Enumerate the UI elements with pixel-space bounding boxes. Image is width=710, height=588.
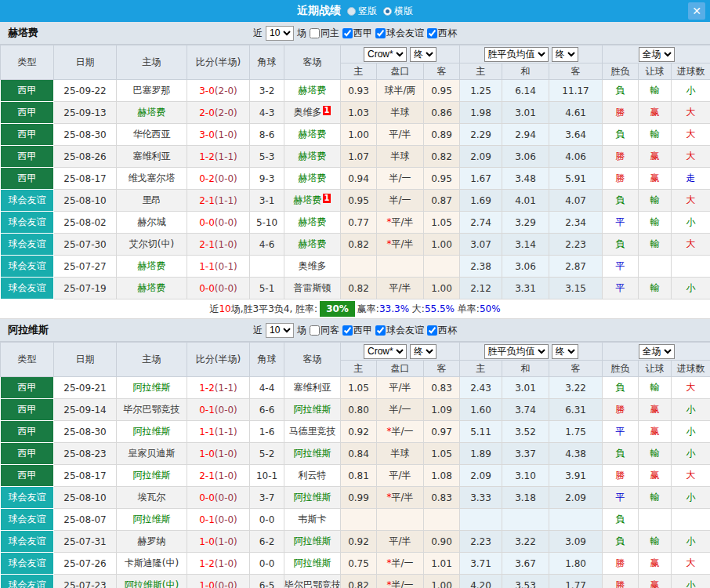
header-row-1: 类型日期主场比分(半场)角球客场Crow*终胜平负均值终全场	[1, 343, 710, 361]
away-team-name: 赫塔费	[299, 172, 327, 183]
same-venue-checkbox[interactable]: 同主	[310, 27, 339, 40]
near-label: 近	[253, 27, 263, 40]
bookmaker-select[interactable]: Crow*	[364, 47, 407, 62]
odds-stage-select[interactable]: 终	[410, 344, 437, 359]
cell-result: 負	[603, 190, 639, 212]
col-header-mean_away: 客	[549, 361, 603, 377]
mean-stage-select[interactable]: 终	[552, 47, 578, 62]
match-count-select[interactable]: 10	[266, 26, 294, 41]
league-checkbox-0[interactable]: 西甲	[342, 27, 372, 40]
cell-mean-draw: 3.31	[502, 278, 549, 299]
table-row: 球会友谊25-07-19赫塔费0-0(0-0)5-1普雷斯顿0.82平/半1.0…	[1, 278, 710, 299]
summary-text: 赢率:	[357, 303, 379, 314]
cell-handicap: *平/半	[377, 487, 424, 509]
layout-horizontal-radio[interactable]: 横版	[383, 5, 413, 18]
full-score: 0-0	[199, 283, 215, 294]
cell-handicap: 半球	[377, 443, 424, 465]
home-team-name: 华伦西亚	[133, 129, 171, 140]
league-checkbox-0[interactable]: 西甲	[342, 324, 372, 337]
cell-mean-home: 2.12	[460, 278, 502, 299]
cell-date: 25-08-30	[54, 124, 117, 146]
league-checkbox-1[interactable]: 球会友谊	[375, 27, 424, 40]
cell-score: 0-2(0-0)	[187, 168, 250, 190]
mean-select[interactable]: 胜平负均值	[484, 344, 549, 359]
home-team-name: 塞维利亚	[133, 151, 171, 162]
cell-match-type: 球会友谊	[1, 190, 54, 212]
cell-match-type: 球会友谊	[1, 256, 54, 278]
same-venue-checkbox[interactable]: 同客	[310, 324, 339, 337]
league-checkbox-2[interactable]: 西杯	[427, 27, 457, 40]
scope-select[interactable]: 全场	[639, 47, 675, 62]
cell-mean-draw: 3.06	[502, 256, 549, 278]
league-checkbox-1[interactable]: 球会友谊	[375, 324, 424, 337]
league-checkbox-2[interactable]: 西杯	[427, 324, 457, 337]
cell-mean-home: 2.29	[460, 124, 502, 146]
cell-handicap: *平/半	[377, 212, 424, 234]
checkbox-icon[interactable]	[342, 325, 353, 336]
checkbox-icon[interactable]	[342, 28, 353, 38]
summary-text: 10	[219, 303, 230, 314]
scope-select[interactable]: 全场	[639, 344, 675, 359]
match-table: 类型日期主场比分(半场)角球客场Crow*终胜平负均值终全场主盘口客主和客胜负让…	[0, 45, 710, 299]
checkbox-icon[interactable]	[427, 28, 437, 38]
half-score: (1-0)	[215, 129, 237, 140]
cell-home-odds: 0.99	[341, 487, 377, 509]
cell-away-odds: 1.00	[424, 278, 460, 299]
cell-mean-draw: 3.01	[502, 377, 549, 399]
mean-stage-select[interactable]: 终	[552, 344, 578, 359]
cell-mean-draw: 3.18	[502, 487, 549, 509]
cell-result: 勝	[603, 465, 639, 487]
cell-date: 25-08-30	[54, 421, 117, 443]
cell-mean-away: 6.31	[549, 399, 603, 421]
cell-home-team: 维戈塞尔塔	[117, 168, 187, 190]
table-row: 球会友谊25-07-26卡斯迪隆(中)1-2(1-0)0-0阿拉维斯0.75*半…	[1, 553, 710, 575]
full-score: 0-1	[199, 405, 215, 416]
cell-match-type: 球会友谊	[1, 278, 54, 299]
radio-icon[interactable]	[347, 7, 356, 16]
full-score: 1-2	[199, 558, 215, 569]
cell-score: 2-0(2-0)	[187, 102, 250, 124]
full-score: 0-0	[199, 217, 215, 228]
page-title: 近期战绩	[297, 4, 341, 18]
cell-away-odds: 0.86	[424, 102, 460, 124]
cell-mean-home: 3.33	[460, 487, 502, 509]
checkbox-icon[interactable]	[310, 28, 320, 38]
cell-date: 25-07-27	[54, 256, 117, 278]
cell-goals-result: 小	[672, 421, 710, 443]
mean-select[interactable]: 胜平负均值	[484, 47, 549, 62]
cell-away-team: 利云特	[284, 465, 341, 487]
close-icon[interactable]: ✕	[688, 2, 705, 20]
odds-dropdowns: Crow*终	[341, 343, 460, 361]
cell-score: 1-1(0-1)	[187, 256, 250, 278]
summary-text: 近	[209, 303, 219, 314]
checkbox-icon[interactable]	[427, 325, 437, 336]
full-score: 1-0	[199, 536, 215, 547]
checkbox-icon[interactable]	[310, 325, 320, 336]
filter-bar: 近10场同客西甲球会友谊西杯	[0, 323, 710, 338]
radio-checked-icon[interactable]	[383, 7, 392, 16]
cell-mean-draw: 3.48	[502, 168, 549, 190]
col-header-corner: 角球	[250, 45, 284, 80]
layout-vertical-radio[interactable]: 竖版	[347, 5, 377, 18]
match-count-select[interactable]: 10	[266, 323, 294, 338]
cell-handicap: *平/半	[377, 234, 424, 256]
cell-result: 負	[603, 531, 639, 553]
cell-handicap-result: 輸	[639, 124, 672, 146]
bookmaker-select[interactable]: Crow*	[364, 344, 407, 359]
cell-away-odds: 0.89	[424, 124, 460, 146]
cell-goals-result: 小	[672, 443, 710, 465]
summary-text: 50%	[480, 303, 501, 314]
cell-result: 勝	[603, 399, 639, 421]
cell-mean-away: 1.75	[549, 421, 603, 443]
odds-stage-select[interactable]: 终	[410, 47, 437, 62]
checkbox-icon[interactable]	[375, 325, 386, 336]
cell-result: 勝	[603, 168, 639, 190]
summary-text: 大:	[409, 303, 425, 314]
half-score: (1-1)	[215, 151, 237, 162]
checkbox-icon[interactable]	[375, 28, 386, 38]
cell-corner: 5-3	[250, 146, 284, 168]
cell-handicap: 平/半	[377, 377, 424, 399]
cell-mean-home: 2.74	[460, 212, 502, 234]
cell-result: 平	[603, 278, 639, 299]
cell-score: 0-0(0-0)	[187, 212, 250, 234]
